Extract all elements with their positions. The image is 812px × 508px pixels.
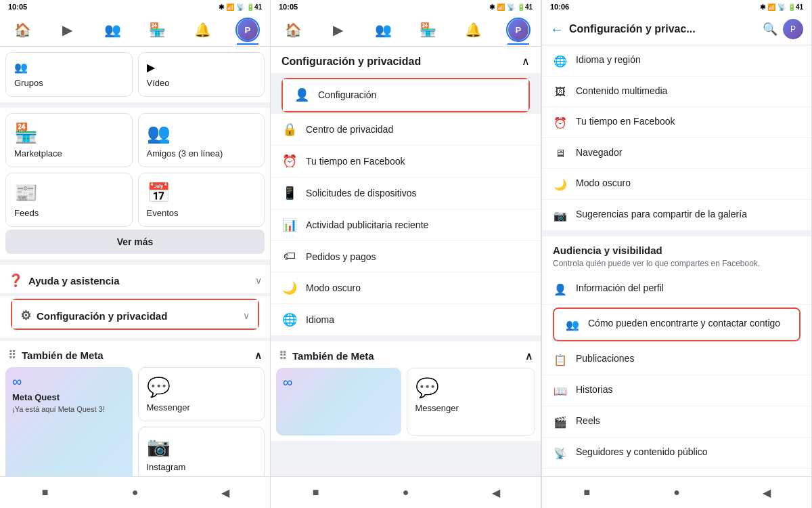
marketplace-item[interactable]: 🏪 Marketplace xyxy=(5,113,133,167)
config-header[interactable]: ⚙ Configuración y privacidad ∨ xyxy=(12,300,258,329)
nav-bell[interactable]: 🔔 xyxy=(190,18,215,42)
nav-bar-1: 🏠 ▶ 👥 🏪 🔔 P xyxy=(0,14,270,47)
wifi-icon-2: 📡 xyxy=(507,3,515,11)
meta-quest-card-2[interactable]: ∞ xyxy=(276,368,401,436)
nav-people-2[interactable]: 👥 xyxy=(371,18,395,42)
perfil-etiquetado-item[interactable]: 🏷 Perfil y etiquetado xyxy=(542,469,811,476)
circle-button-1[interactable]: ● xyxy=(125,482,145,503)
video-item[interactable]: ▶ Vídeo xyxy=(138,52,265,97)
square-button-2[interactable]: ■ xyxy=(306,482,326,503)
back-button-2[interactable]: ◀ xyxy=(486,482,506,503)
nav-profile-2[interactable]: P xyxy=(506,18,531,42)
tiempo-item[interactable]: ⏰ Tu tiempo en Facebook xyxy=(271,146,541,177)
also-meta-arrow-2: ∧ xyxy=(525,350,533,362)
ayuda-header[interactable]: ❓ Ayuda y asistencia ∨ xyxy=(0,265,270,293)
dispositivos-item[interactable]: 📱 Solicitudes de dispositivos xyxy=(271,177,541,209)
actividad-label: Actividad publicitaria reciente xyxy=(306,219,428,230)
status-icons-2: ✱ 📶 📡 🔋41 xyxy=(489,3,533,11)
p3-header: ← Configuración y privac... 🔍 P xyxy=(542,14,811,45)
modo-oscuro-item-3[interactable]: 🌙 Modo oscuro xyxy=(542,169,811,200)
collapse-icon[interactable]: ∧ xyxy=(522,55,530,68)
idioma-item[interactable]: 🌐 Idioma xyxy=(271,304,541,336)
messenger-icon: 💬 xyxy=(147,376,171,398)
meta-quest-card[interactable]: ∞ Meta Quest ¡Ya está aquí Meta Quest 3! xyxy=(5,367,133,476)
nav-video-2[interactable]: ▶ xyxy=(326,18,351,42)
messenger-item[interactable]: 💬 Messenger xyxy=(138,367,265,421)
also-meta-header[interactable]: ⠿ También de Meta ∧ xyxy=(0,341,270,367)
meta-quest-sub: ¡Ya está aquí Meta Quest 3! xyxy=(12,405,126,413)
also-meta-grid: ∞ Meta Quest ¡Ya está aquí Meta Quest 3!… xyxy=(0,367,270,476)
person-icon: 👤 xyxy=(553,283,568,296)
nav-store[interactable]: 🏪 xyxy=(145,18,170,42)
marketplace-icon: 🏪 xyxy=(14,122,124,144)
modo-oscuro-item[interactable]: 🌙 Modo oscuro xyxy=(271,272,541,304)
publicaciones-label: Publicaciones xyxy=(576,352,800,366)
info-perfil-item[interactable]: 👤 Información del perfil xyxy=(542,274,811,305)
square-button-1[interactable]: ■ xyxy=(35,482,55,503)
feeds-item[interactable]: 📰 Feeds xyxy=(5,173,133,227)
amigos-item[interactable]: 👥 Amigos (3 en línea) xyxy=(138,113,265,167)
seguidores-item[interactable]: 📡 Seguidores y contenido público xyxy=(542,438,811,469)
device-icon: 📱 xyxy=(281,186,298,200)
modo-oscuro-label: Modo oscuro xyxy=(306,282,361,293)
grupos-item[interactable]: 👥 Grupos xyxy=(5,52,133,97)
idioma-region-item[interactable]: 🌐 Idioma y región xyxy=(542,45,811,77)
multimedia-label: Contenido multimedia xyxy=(576,85,800,98)
eventos-item[interactable]: 📅 Eventos xyxy=(138,173,265,227)
tiempo-label: Tu tiempo en Facebook xyxy=(306,156,405,167)
nav-bell-2[interactable]: 🔔 xyxy=(461,18,485,42)
grupos-icon: 👥 xyxy=(14,61,124,74)
wifi-icon-3: 📡 xyxy=(777,3,786,11)
back-arrow-icon[interactable]: ← xyxy=(550,22,564,37)
contact-item[interactable]: 👥 Cómo pueden encontrarte y contactar co… xyxy=(554,309,799,340)
config-arrow: ∨ xyxy=(243,310,250,321)
reels-item[interactable]: 🎬 Reels xyxy=(542,406,811,438)
circle-button-2[interactable]: ● xyxy=(396,482,416,503)
status-icons-1: ✱ 📶 📡 🔋41 xyxy=(219,3,262,11)
nav-people[interactable]: 👥 xyxy=(100,18,125,42)
highlighted-wrapper: 👥 Cómo pueden encontrarte y contactar co… xyxy=(542,305,811,344)
meta-logo-icon: ∞ xyxy=(12,374,126,389)
signal-icon-3: 📶 xyxy=(767,3,775,11)
stories-icon: 📖 xyxy=(553,385,568,398)
instagram-item[interactable]: 📷 Instagram xyxy=(138,427,265,476)
also-meta-header-2[interactable]: ⠿ También de Meta ∧ xyxy=(271,341,541,368)
messenger-item-2[interactable]: 💬 Messenger xyxy=(407,368,536,436)
back-button-3[interactable]: ◀ xyxy=(757,482,777,503)
pedidos-item[interactable]: 🏷 Pedidos y pagos xyxy=(271,241,541,272)
square-button-3[interactable]: ■ xyxy=(577,482,597,503)
multimedia-item[interactable]: 🖼 Contenido multimedia xyxy=(542,77,811,107)
time-fb-icon: ⏰ xyxy=(553,117,568,129)
contact-icon: 👥 xyxy=(565,318,580,331)
panel-2: 10:05 ✱ 📶 📡 🔋41 🏠 ▶ 👥 🏪 🔔 P Configuració… xyxy=(271,0,541,508)
nav-home-2[interactable]: 🏠 xyxy=(281,18,305,42)
signal-icon-2: 📶 xyxy=(497,3,505,11)
messenger-icon-2: 💬 xyxy=(415,377,439,399)
navegador-item[interactable]: 🖥 Navegador xyxy=(542,138,811,169)
nav-video[interactable]: ▶ xyxy=(55,18,80,42)
actividad-item[interactable]: 📊 Actividad publicitaria reciente xyxy=(271,209,541,241)
ayuda-arrow: ∨ xyxy=(255,275,262,286)
sugerencias-item[interactable]: 📷 Sugerencias para compartir de la galer… xyxy=(542,200,811,231)
privacidad-item[interactable]: 🔒 Centro de privacidad xyxy=(271,114,541,146)
bluetooth-icon-3: ✱ xyxy=(760,3,765,11)
circle-button-3[interactable]: ● xyxy=(667,482,687,503)
publicaciones-item[interactable]: 📋 Publicaciones xyxy=(542,344,811,375)
ver-mas-button[interactable]: Ver más xyxy=(5,230,265,254)
nav-profile[interactable]: P xyxy=(235,18,260,42)
tiempo-fb-item[interactable]: ⏰ Tu tiempo en Facebook xyxy=(542,107,811,138)
back-button-1[interactable]: ◀ xyxy=(215,482,235,503)
nav-home[interactable]: 🏠 xyxy=(10,18,35,42)
nav-store-2[interactable]: 🏪 xyxy=(416,18,441,42)
ayuda-label: Ayuda y asistencia xyxy=(28,275,120,287)
configuracion-item[interactable]: 👤 Configuración xyxy=(283,79,528,111)
historias-item[interactable]: 📖 Historias xyxy=(542,375,811,406)
moon-icon: 🌙 xyxy=(281,280,298,295)
reels-icon: 🎬 xyxy=(553,416,568,429)
p3-title: Configuración y privac... xyxy=(569,23,757,35)
audience-subtitle: Controla quién puede ver lo que comparte… xyxy=(542,259,811,274)
eventos-icon: 📅 xyxy=(147,182,256,204)
p3-avatar[interactable]: P xyxy=(783,19,803,39)
bluetooth-icon: ✱ xyxy=(219,3,224,11)
search-icon-3[interactable]: 🔍 xyxy=(763,22,777,37)
